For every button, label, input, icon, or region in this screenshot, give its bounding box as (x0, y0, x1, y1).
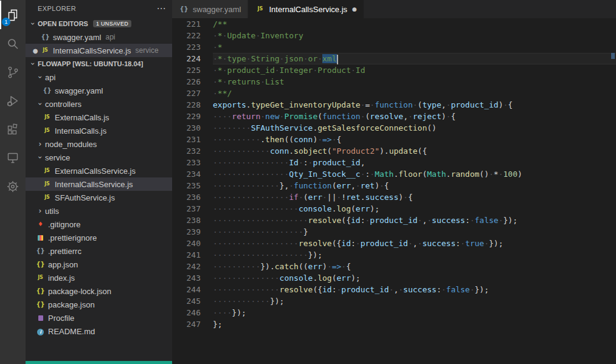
line-number[interactable]: 239 (172, 226, 201, 238)
tree-item-label: SFAuthService.js (55, 193, 115, 202)
remote-wsl-status-strip[interactable] (26, 361, 172, 364)
line-number[interactable]: 227 (172, 88, 201, 99)
line-number[interactable]: 244 (172, 284, 201, 295)
line-number[interactable]: 247 (172, 318, 201, 330)
code-line-232[interactable]: 232············conn.sobject("Product2").… (172, 145, 616, 157)
line-number[interactable]: 230 (172, 122, 201, 134)
code-line-245[interactable]: 245············}); (172, 295, 616, 307)
folder-service[interactable]: ›service (26, 151, 172, 164)
line-number[interactable]: 226 (172, 76, 201, 88)
explorer-icon[interactable]: 1 (0, 1, 26, 29)
overview-ruler[interactable] (610, 18, 616, 364)
code-line-229[interactable]: 229····return·new·Promise(function·(reso… (172, 111, 616, 122)
extensions-icon[interactable] (0, 115, 26, 143)
file-index.js[interactable]: JSindex.js (26, 271, 172, 284)
file-README.md[interactable]: iREADME.md (26, 325, 172, 338)
file-app.json[interactable]: {}app.json (26, 258, 172, 271)
code-line-230[interactable]: 230········SFAuthService.getSalesforceCo… (172, 122, 616, 134)
code-line-234[interactable]: 234················Qty_In_Stock__c·:·Mat… (172, 168, 616, 180)
code-line-235[interactable]: 235··············},·function(err,·ret)·{ (172, 180, 616, 191)
run-debug-icon[interactable] (0, 86, 26, 115)
line-number[interactable]: 234 (172, 168, 201, 180)
line-number[interactable]: 223 (172, 41, 201, 53)
folder-utils[interactable]: ›utils (26, 204, 172, 218)
modified-dot-icon[interactable]: ● (352, 6, 357, 12)
line-number[interactable]: 232 (172, 145, 201, 157)
line-number[interactable]: 245 (172, 295, 201, 307)
code-line-221[interactable]: 221/** (172, 18, 616, 30)
file-ExternalCallsService.js[interactable]: JSExternalCallsService.js (26, 164, 172, 177)
settings-gear-icon[interactable] (0, 172, 26, 201)
code-line-241[interactable]: 241····················}); (172, 249, 616, 261)
whitespace-dots: · (489, 170, 494, 179)
code-line-237[interactable]: 237··················console.log(err); (172, 203, 616, 215)
file-InternalCallsService.js[interactable]: JSInternalCallsService.js (26, 177, 172, 191)
file-package.json[interactable]: {}package.json (26, 298, 172, 311)
code-line-224[interactable]: 224·*·type·String·json·or·xml (172, 53, 616, 64)
line-number[interactable]: 242 (172, 261, 201, 272)
more-actions-icon[interactable]: ⋯ (157, 3, 166, 14)
line-number[interactable]: 231 (172, 134, 201, 145)
code-line-238[interactable]: 238····················resolve({id:·prod… (172, 215, 616, 226)
line-number[interactable]: 246 (172, 307, 201, 318)
line-number[interactable]: 228 (172, 99, 201, 111)
open-editors-header[interactable]: › OPEN EDITORS 1 UNSAVED (26, 17, 172, 30)
whitespace-dots: ·········· (213, 135, 260, 144)
line-number[interactable]: 233 (172, 157, 201, 168)
file-swagger.yaml[interactable]: {}swagger.yaml (26, 84, 172, 97)
search-icon[interactable] (0, 29, 26, 58)
line-number[interactable]: 238 (172, 215, 201, 226)
file-SFAuthService.js[interactable]: JSSFAuthService.js (26, 191, 172, 204)
whitespace-dots: · (379, 181, 384, 190)
source-control-icon[interactable] (0, 58, 26, 86)
line-number[interactable]: 235 (172, 180, 201, 191)
workspace-header[interactable]: › FLOWAPP [WSL: UBUNTU-18.04] (26, 57, 172, 70)
code-line-223[interactable]: 223·* (172, 41, 616, 53)
file-Procfile[interactable]: Procfile (26, 311, 172, 325)
tab-swagger.yaml[interactable]: {}swagger.yaml (172, 0, 248, 18)
folder-controllers[interactable]: ›controllers (26, 97, 172, 111)
line-number[interactable]: 222 (172, 30, 201, 41)
line-number[interactable]: 229 (172, 111, 201, 122)
line-number[interactable]: 240 (172, 238, 201, 249)
code-line-225[interactable]: 225·*·product_id·Integer·Product·Id (172, 64, 616, 76)
code-line-222[interactable]: 222·*·Update·Inventory (172, 30, 616, 41)
open-editor-swagger.yaml[interactable]: {}swagger.yamlapi (26, 30, 172, 44)
tab-InternalCallsService.js[interactable]: JSInternalCallsService.js● (248, 0, 364, 18)
code-line-244[interactable]: 244··············resolve({id:·product_id… (172, 284, 616, 295)
file-ExternalCalls.js[interactable]: JSExternalCalls.js (26, 111, 172, 124)
code-line-246[interactable]: 246····}); (172, 307, 616, 318)
code-line-226[interactable]: 226·*·returns·List (172, 76, 616, 88)
code-line-236[interactable]: 236················if·(err·||·!ret.succe… (172, 191, 616, 203)
file-.gitignore[interactable]: ♦.gitignore (26, 218, 172, 231)
code-line-242[interactable]: 242··········}).catch((err)·=>·{ (172, 261, 616, 272)
line-number[interactable]: 224 (172, 53, 201, 64)
chevron-down-icon: › (36, 72, 44, 82)
line-number[interactable]: 237 (172, 203, 201, 215)
folder-api[interactable]: ›api (26, 70, 172, 84)
file-.prettierrc[interactable]: {}.prettierrc (26, 244, 172, 258)
line-number[interactable]: 243 (172, 272, 201, 284)
code-line-247[interactable]: 247}; (172, 318, 616, 330)
code-line-228[interactable]: 228exports.typeGet_inventoryUpdate·=·fun… (172, 99, 616, 111)
gutter-spacer (201, 88, 213, 99)
line-number[interactable]: 241 (172, 249, 201, 261)
file-.prettierignore[interactable]: .prettierignore (26, 231, 172, 244)
file-InternalCalls.js[interactable]: JSInternalCalls.js (26, 124, 172, 137)
code-line-239[interactable]: 239···················} (172, 226, 616, 238)
line-number[interactable]: 221 (172, 18, 201, 30)
line-number[interactable]: 236 (172, 191, 201, 203)
whitespace-dots: ·············· (213, 181, 280, 190)
code-line-231[interactable]: 231··········.then((conn)·=>·{ (172, 134, 616, 145)
code-line-227[interactable]: 227·**/ (172, 88, 616, 99)
code-line-233[interactable]: 233················Id·:·product_id, (172, 157, 616, 168)
line-number[interactable]: 225 (172, 64, 201, 76)
open-editor-InternalCallsService.js[interactable]: ●JSInternalCallsService.jsservice (26, 44, 172, 57)
code-line-240[interactable]: 240··················resolve({id:·produc… (172, 238, 616, 249)
file-package-lock.json[interactable]: {}package-lock.json (26, 284, 172, 298)
code-line-243[interactable]: 243··············console.log(err); (172, 272, 616, 284)
folder-node_modules[interactable]: ›node_modules (26, 137, 172, 151)
remote-explorer-icon[interactable] (0, 143, 26, 172)
gutter-spacer (201, 134, 213, 145)
code-editor[interactable]: 221/**222·*·Update·Inventory223·*224·*·t… (172, 18, 616, 364)
